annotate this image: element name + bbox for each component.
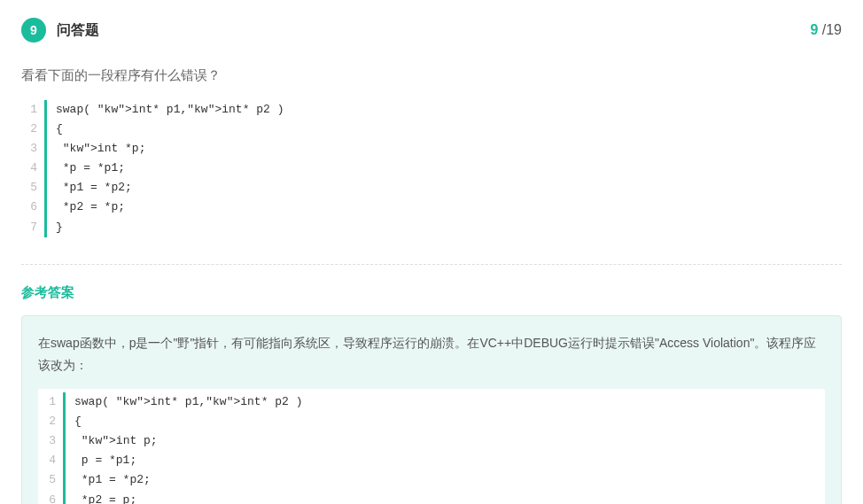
question-code-block: 1234567 swap( "kw">int* p1,"kw">int* p2 … — [21, 100, 842, 237]
question-prompt: 看看下面的一段程序有什么错误？ — [21, 67, 842, 84]
header-left: 9 问答题 — [21, 18, 99, 43]
answer-explanation: 在swap函数中，p是一个"野"指针，有可能指向系统区，导致程序运行的崩溃。在V… — [38, 332, 825, 376]
code-gutter: 1234567 — [21, 100, 44, 237]
question-counter: 9 /19 — [810, 22, 842, 38]
code-body: swap( "kw">int* p1,"kw">int* p2 ) { "kw"… — [44, 100, 284, 237]
question-number-badge: 9 — [21, 18, 46, 43]
code-body: swap( "kw">int* p1,"kw">int* p2 ) { "kw"… — [63, 392, 441, 504]
counter-total: 19 — [826, 22, 842, 37]
counter-current: 9 — [810, 22, 818, 37]
code-gutter: 1234567 — [40, 392, 63, 504]
question-header: 9 问答题 9 /19 — [21, 18, 842, 43]
answer-box: 在swap函数中，p是一个"野"指针，有可能指向系统区，导致程序运行的崩溃。在V… — [21, 315, 842, 504]
question-type-label: 问答题 — [57, 21, 99, 40]
answer-title: 参考答案 — [21, 284, 842, 301]
section-divider — [21, 264, 842, 265]
answer-code-block: 1234567 swap( "kw">int* p1,"kw">int* p2 … — [38, 389, 825, 504]
counter-sep: / — [818, 22, 826, 37]
